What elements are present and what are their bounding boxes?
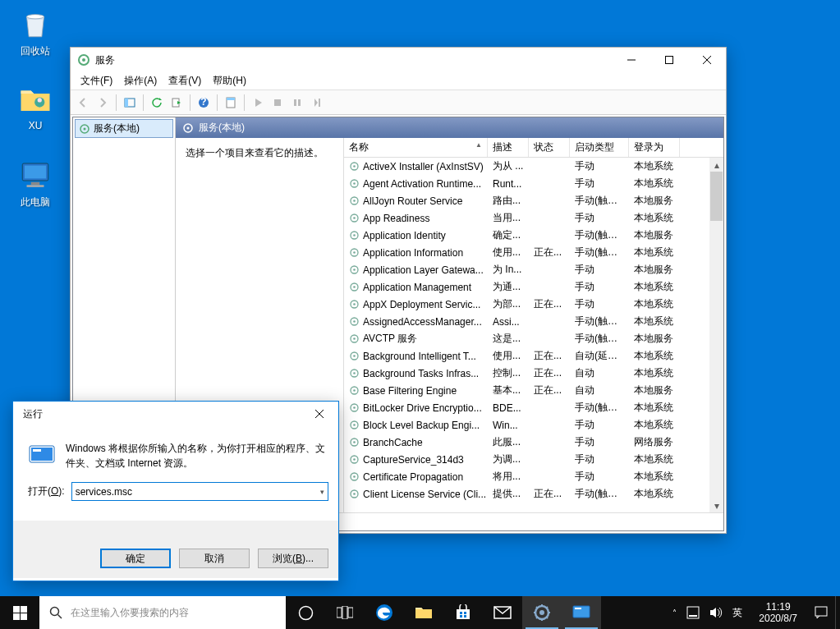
cortana-button[interactable] — [286, 596, 325, 629]
dropdown-icon[interactable]: ▾ — [320, 488, 324, 496]
desktop-icon-recycle-bin[interactable]: 回收站 — [7, 7, 64, 58]
maximize-button[interactable] — [650, 48, 688, 72]
show-hide-tree-button[interactable] — [121, 94, 139, 112]
service-row[interactable]: Client License Service (Cli...提供...正在...… — [344, 485, 723, 503]
service-row[interactable]: Agent Activation Runtime...Runt...手动本地系统 — [344, 175, 723, 192]
pause-service-button[interactable] — [288, 94, 306, 112]
close-button[interactable] — [688, 48, 726, 72]
open-input[interactable] — [76, 486, 320, 498]
service-row[interactable]: CaptureService_314d3为调...手动本地系统 — [344, 451, 723, 468]
column-startup[interactable]: 启动类型 — [570, 138, 629, 157]
taskbar-services-button[interactable] — [522, 596, 562, 629]
column-description[interactable]: 描述 — [488, 138, 529, 157]
titlebar[interactable]: 服务 — [71, 48, 726, 72]
scroll-thumb[interactable] — [710, 172, 723, 221]
ime-status-icon[interactable] — [686, 606, 700, 619]
cell-status — [529, 458, 570, 461]
cell-desc: BDE... — [488, 401, 529, 416]
menu-help[interactable]: 帮助(H) — [208, 72, 251, 90]
start-button[interactable] — [0, 596, 39, 629]
refresh-button[interactable] — [148, 94, 166, 112]
service-row[interactable]: Base Filtering Engine基本...正在...自动本地服务 — [344, 382, 723, 399]
svg-point-50 — [353, 372, 356, 374]
svg-rect-18 — [294, 99, 296, 106]
service-row[interactable]: BranchCache此服...手动网络服务 — [344, 434, 723, 451]
cancel-button[interactable]: 取消 — [179, 549, 250, 568]
menu-file[interactable]: 文件(F) — [76, 72, 117, 90]
svg-point-30 — [353, 200, 356, 202]
export-button[interactable] — [168, 94, 186, 112]
cell-status — [529, 286, 570, 289]
service-row[interactable]: Application Management为通...手动本地系统 — [344, 278, 723, 296]
back-button[interactable] — [74, 94, 92, 112]
help-button[interactable]: ? — [195, 94, 213, 112]
properties-button[interactable] — [222, 94, 240, 112]
desktop-icon-folder[interactable]: XU — [7, 82, 64, 131]
desktop-icon-this-pc[interactable]: 此电脑 — [7, 158, 64, 209]
menu-action[interactable]: 操作(A) — [119, 72, 162, 90]
service-row[interactable]: Block Level Backup Engi...Win...手动本地系统 — [344, 416, 723, 434]
service-row[interactable]: AppX Deployment Servic...为部...正在...手动本地系… — [344, 296, 723, 313]
service-row[interactable]: Application Identity确定...手动(触发...本地服务 — [344, 227, 723, 244]
cell-startup: 手动 — [570, 434, 629, 451]
explorer-button[interactable] — [404, 596, 443, 629]
cell-desc: 提供... — [488, 485, 529, 503]
mail-button[interactable] — [483, 596, 522, 629]
ok-button[interactable]: 确定 — [100, 549, 171, 568]
action-center-icon[interactable] — [814, 605, 829, 620]
svg-point-0 — [27, 15, 44, 19]
svg-rect-81 — [460, 615, 462, 618]
open-combobox[interactable]: ▾ — [71, 482, 328, 501]
svg-rect-11 — [125, 99, 128, 107]
service-row[interactable]: App Readiness当用...手动本地系统 — [344, 209, 723, 227]
service-row[interactable]: Application Layer Gatewa...为 In...手动本地服务 — [344, 261, 723, 278]
cell-name: CaptureService_314d3 — [344, 452, 488, 467]
tray-overflow-icon[interactable]: ˄ — [672, 608, 677, 618]
close-button[interactable] — [301, 402, 338, 426]
forward-button[interactable] — [94, 94, 112, 112]
clock[interactable]: 11:19 2020/8/7 — [752, 601, 804, 625]
column-logon[interactable]: 登录为 — [629, 138, 680, 157]
restart-service-button[interactable] — [308, 94, 326, 112]
show-desktop-button[interactable] — [835, 596, 840, 629]
scroll-up-button[interactable]: ▴ — [709, 158, 723, 172]
column-name[interactable]: 名称 — [344, 138, 488, 157]
store-button[interactable] — [443, 596, 483, 629]
svg-point-56 — [353, 424, 356, 426]
svg-point-54 — [353, 406, 356, 409]
service-row[interactable]: BitLocker Drive Encryptio...BDE...手动(触发.… — [344, 399, 723, 416]
taskbar: 在这里输入你要搜索的内容 ˄ 英 11:19 2020/8/7 — [0, 596, 840, 629]
minimize-button[interactable] — [613, 48, 650, 72]
cell-status: 正在... — [529, 485, 570, 503]
column-status[interactable]: 状态 — [529, 138, 570, 157]
cell-name: AVCTP 服务 — [344, 330, 488, 347]
scroll-down-button[interactable]: ▾ — [709, 498, 723, 512]
tree-item-services-local[interactable]: 服务(本地) — [75, 119, 173, 138]
service-row[interactable]: AVCTP 服务这是...手动(触发...本地服务 — [344, 330, 723, 347]
vertical-scrollbar[interactable]: ▴ ▾ — [709, 158, 723, 512]
task-view-button[interactable] — [325, 596, 365, 629]
service-row[interactable]: Background Tasks Infras...控制...正在...自动本地… — [344, 365, 723, 382]
service-row[interactable]: AssignedAccessManager...Assi...手动(触发...本… — [344, 313, 723, 330]
service-row[interactable]: Application Information使用...正在...手动(触发..… — [344, 244, 723, 261]
cell-name: Certificate Propagation — [344, 470, 488, 484]
cell-startup: 手动 — [570, 209, 629, 227]
search-box[interactable]: 在这里输入你要搜索的内容 — [39, 596, 286, 629]
edge-button[interactable] — [365, 596, 404, 629]
run-description: Windows 将根据你所输入的名称，为你打开相应的程序、文件夹、文档或 Int… — [66, 441, 328, 471]
service-row[interactable]: Certificate Propagation将用...手动本地系统 — [344, 468, 723, 485]
service-row[interactable]: Background Intelligent T...使用...正在...自动(… — [344, 347, 723, 365]
volume-icon[interactable] — [709, 607, 723, 618]
service-row[interactable]: AllJoyn Router Service路由...手动(触发...本地服务 — [344, 192, 723, 209]
ime-text[interactable]: 英 — [732, 606, 742, 620]
stop-service-button[interactable] — [269, 94, 287, 112]
cell-desc: 路由... — [488, 192, 529, 209]
browse-button[interactable]: 浏览(B)... — [258, 549, 328, 568]
svg-point-40 — [353, 286, 356, 288]
cell-logon: 本地系统 — [629, 451, 680, 468]
service-row[interactable]: ActiveX Installer (AxInstSV)为从 ...手动本地系统 — [344, 158, 723, 175]
menu-view[interactable]: 查看(V) — [163, 72, 206, 90]
taskbar-run-button[interactable] — [562, 596, 601, 629]
titlebar[interactable]: 运行 — [13, 402, 338, 426]
start-service-button[interactable] — [249, 94, 267, 112]
